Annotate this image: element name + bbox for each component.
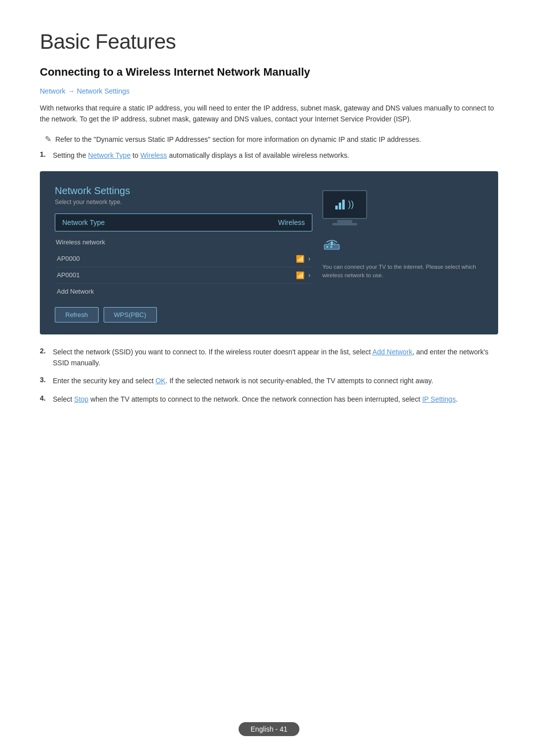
signal-bar-2 xyxy=(339,203,341,210)
breadcrumb-network-settings[interactable]: Network Settings xyxy=(77,87,130,95)
ap-0000-name: AP0000 xyxy=(57,255,80,262)
tv-illustration: )) xyxy=(322,190,367,225)
wifi-icon-0001: 📶 xyxy=(296,271,304,279)
footer: English - 41 xyxy=(0,722,538,736)
step-3-text: Enter the security key and select OK. If… xyxy=(53,375,433,386)
network-type-row[interactable]: Network Type Wireless xyxy=(55,214,312,231)
step-1: 1. Setting the Network Type to Wireless … xyxy=(40,150,498,161)
step-2-number: 2. xyxy=(40,346,53,355)
step-3-number: 3. xyxy=(40,375,53,384)
step-2: 2. Select the network (SSID) you want to… xyxy=(40,346,498,369)
signal-bars xyxy=(335,200,345,210)
wireless-network-header: Wireless network xyxy=(55,238,312,246)
ap-0001-name: AP0001 xyxy=(57,271,80,279)
step-4-link-ip-settings[interactable]: IP Settings xyxy=(422,395,455,403)
dialog-title: Network Settings xyxy=(55,185,312,197)
svg-point-1 xyxy=(326,246,328,248)
note-item: ✎ Refer to the "Dynamic versus Static IP… xyxy=(40,134,498,145)
step-1-link-wireless[interactable]: Wireless xyxy=(140,151,167,159)
wps-button[interactable]: WPS(PBC) xyxy=(104,307,157,323)
dialog-right-panel: )) You can connect your TV to the intern… xyxy=(322,185,483,323)
ap-0001-icons: 📶 › xyxy=(296,271,310,279)
svg-rect-3 xyxy=(331,241,333,245)
ap-row-0001[interactable]: AP0001 📶 › xyxy=(55,267,312,284)
ap-0000-icons: 📶 › xyxy=(296,255,310,263)
step-4: 4. Select Stop when the TV attempts to c… xyxy=(40,394,498,405)
step-4-text: Select Stop when the TV attempts to conn… xyxy=(53,394,458,405)
step-3-link-ok[interactable]: OK xyxy=(155,377,165,385)
svg-point-2 xyxy=(330,246,332,248)
breadcrumb-arrow: → xyxy=(68,87,75,95)
steps-section: 1. Setting the Network Type to Wireless … xyxy=(40,150,498,405)
tv-base xyxy=(332,223,357,225)
dialog-left-panel: Network Settings Select your network typ… xyxy=(55,185,312,323)
step-2-link-add-network[interactable]: Add Network xyxy=(373,348,412,356)
tv-screen: )) xyxy=(322,190,367,219)
signal-bar-1 xyxy=(335,206,338,210)
tv-stand xyxy=(337,220,352,223)
step-4-number: 4. xyxy=(40,394,53,402)
dialog-subtitle: Select your network type. xyxy=(55,199,312,206)
wifi-icon-0000: 📶 xyxy=(296,255,304,263)
step-3: 3. Enter the security key and select OK.… xyxy=(40,375,498,386)
breadcrumb-network[interactable]: Network xyxy=(40,87,65,95)
page-title: Basic Features xyxy=(40,30,498,54)
dialog-buttons: Refresh WPS(PBC) xyxy=(55,307,312,323)
footer-badge: English - 41 xyxy=(239,722,299,736)
router-icon xyxy=(322,237,341,255)
step-1-link-network-type[interactable]: Network Type xyxy=(88,151,131,159)
chevron-icon-0001: › xyxy=(308,272,310,279)
signal-bar-3 xyxy=(342,200,345,210)
refresh-button[interactable]: Refresh xyxy=(55,307,99,323)
section-title: Connecting to a Wireless Internet Networ… xyxy=(40,66,498,79)
chevron-icon-0000: › xyxy=(308,255,310,262)
step-2-text: Select the network (SSID) you want to co… xyxy=(53,346,498,369)
step-1-text: Setting the Network Type to Wireless aut… xyxy=(53,150,349,161)
intro-paragraph: With networks that require a static IP a… xyxy=(40,103,498,125)
network-type-value: Wireless xyxy=(278,218,305,226)
dialog-help-text: You can connect your TV to the internet.… xyxy=(322,263,483,280)
network-type-label: Network Type xyxy=(62,218,105,226)
network-settings-dialog: Network Settings Select your network typ… xyxy=(40,171,498,334)
step-1-number: 1. xyxy=(40,150,53,158)
note-icon: ✎ xyxy=(45,134,51,144)
ap-row-0000[interactable]: AP0000 📶 › xyxy=(55,251,312,267)
breadcrumb: Network → Network Settings xyxy=(40,87,498,96)
signal-waves-icon: )) xyxy=(348,199,354,210)
add-network-item[interactable]: Add Network xyxy=(55,284,312,299)
note-text: Refer to the "Dynamic versus Static IP A… xyxy=(55,134,421,145)
step-4-link-stop[interactable]: Stop xyxy=(74,395,89,403)
